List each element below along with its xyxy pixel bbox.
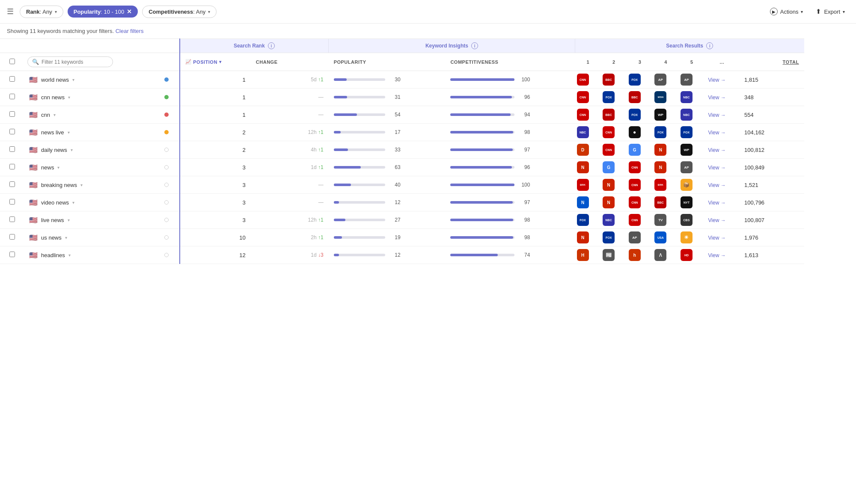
- view-link[interactable]: View →: [708, 200, 726, 206]
- popularity-filter-label: Popularity: 10 - 100: [74, 9, 125, 15]
- view-link-cell: View →: [705, 141, 740, 159]
- result-col-5: FOX: [679, 124, 705, 141]
- competitiveness-cell: 98: [445, 124, 575, 141]
- keyword-chevron-icon[interactable]: ▾: [72, 77, 74, 82]
- row-checkbox-cell: [0, 176, 24, 194]
- row-checkbox[interactable]: [9, 146, 15, 152]
- view-link[interactable]: View →: [708, 147, 726, 153]
- popularity-cell: 63: [329, 159, 446, 176]
- popularity-cell: 17: [329, 124, 446, 141]
- result-col-2: FOX: [601, 89, 627, 106]
- view-link[interactable]: View →: [708, 182, 726, 188]
- dot-cell: [154, 211, 180, 229]
- play-icon: ▶: [770, 8, 778, 15]
- popularity-bar-fill: [334, 166, 361, 169]
- popularity-cell: 30: [329, 71, 446, 89]
- result-col-2: N: [601, 176, 627, 194]
- comp-bar-bg: [450, 78, 514, 81]
- keyword-chevron-icon[interactable]: ▾: [68, 95, 70, 100]
- select-all-checkbox[interactable]: [9, 59, 15, 64]
- row-checkbox[interactable]: [9, 129, 15, 134]
- popularity-cell: 33: [329, 141, 446, 159]
- app-icon: N: [603, 179, 615, 191]
- flag-icon: 🇺🇸: [29, 199, 38, 207]
- table-row: 🇺🇸 daily news ▾ 2 4h ↑1 33: [0, 141, 856, 159]
- row-checkbox-cell: [0, 124, 24, 141]
- keyword-chevron-icon[interactable]: ▾: [71, 148, 73, 152]
- popularity-filter-btn[interactable]: Popularity: 10 - 100 ✕: [68, 6, 138, 18]
- view-link[interactable]: View →: [708, 252, 726, 258]
- keyword-chevron-icon[interactable]: ▾: [68, 253, 71, 258]
- total-cell: 1,613: [739, 246, 804, 264]
- keyword-chevron-icon[interactable]: ▾: [54, 113, 56, 117]
- app-icon: N: [577, 196, 589, 208]
- result-col-1: BRK: [575, 176, 601, 194]
- view-link[interactable]: View →: [708, 235, 726, 241]
- app-icon: BRK: [654, 179, 666, 191]
- position-value: 3: [243, 199, 246, 206]
- row-checkbox[interactable]: [9, 76, 15, 82]
- row-checkbox[interactable]: [9, 181, 15, 187]
- competitiveness-value: 100: [518, 182, 530, 188]
- menu-icon[interactable]: ☰: [7, 7, 14, 16]
- view-link[interactable]: View →: [708, 77, 726, 83]
- search-results-info-icon[interactable]: i: [706, 42, 713, 49]
- keyword-chevron-icon[interactable]: ▾: [65, 235, 67, 240]
- keyword-chevron-icon[interactable]: ▾: [68, 218, 70, 222]
- popularity-bar-bg: [334, 219, 385, 221]
- keyword-filter-input[interactable]: 🔍: [27, 56, 113, 67]
- row-checkbox[interactable]: [9, 216, 15, 222]
- app-icon: CNN: [629, 179, 641, 191]
- result-col-3: CNN: [627, 194, 653, 211]
- view-link[interactable]: View →: [708, 95, 726, 101]
- competitiveness-value: 98: [518, 234, 530, 240]
- export-button[interactable]: ⬆ Export ▾: [811, 5, 849, 18]
- row-checkbox[interactable]: [9, 252, 15, 257]
- keyword-chevron-icon[interactable]: ▾: [80, 183, 83, 187]
- keyword-cell: 🇺🇸 breaking news ▾: [24, 176, 154, 194]
- actions-button[interactable]: ▶ Actions ▾: [766, 5, 808, 18]
- view-link[interactable]: View →: [708, 112, 726, 118]
- row-checkbox[interactable]: [9, 164, 15, 169]
- comp-bar-bg: [450, 236, 514, 239]
- result-col-4: FOX: [653, 124, 679, 141]
- view-link[interactable]: View →: [708, 130, 726, 136]
- result-col-4: WP: [653, 106, 679, 124]
- row-checkbox[interactable]: [9, 94, 15, 99]
- popularity-value: 40: [389, 182, 401, 188]
- table-row: 🇺🇸 live news ▾ 3 12h ↑1 27: [0, 211, 856, 229]
- row-checkbox[interactable]: [9, 111, 15, 117]
- clear-filters-link[interactable]: Clear filters: [116, 28, 144, 34]
- table-row: 🇺🇸 breaking news ▾ 3 — 40: [0, 176, 856, 194]
- view-link[interactable]: View →: [708, 165, 726, 171]
- keyword-cell: 🇺🇸 news live ▾: [24, 124, 154, 141]
- total-value: 348: [744, 94, 754, 101]
- competitiveness-filter-btn[interactable]: Competitiveness: Any ▾: [142, 6, 217, 18]
- position-col-header[interactable]: 📈 POSITION ▾: [180, 53, 251, 71]
- popularity-filter-close-icon[interactable]: ✕: [127, 8, 132, 15]
- table-row: 🇺🇸 us news ▾ 10 2h ↑1 19: [0, 229, 856, 246]
- popularity-value: 31: [389, 94, 401, 100]
- rank-filter-btn[interactable]: Rank: Any ▾: [20, 6, 63, 18]
- view-link[interactable]: View →: [708, 217, 726, 223]
- keyword-insights-info-icon[interactable]: i: [471, 42, 478, 49]
- keyword-cell: 🇺🇸 news ▾: [24, 159, 154, 176]
- result-col-1: H: [575, 246, 601, 264]
- view-link-cell: View →: [705, 71, 740, 89]
- total-cell: 100,807: [739, 211, 804, 229]
- search-rank-info-icon[interactable]: i: [268, 42, 275, 49]
- row-checkbox[interactable]: [9, 199, 15, 205]
- keyword-chevron-icon[interactable]: ▾: [68, 130, 70, 135]
- comp-bar-fill: [450, 219, 513, 221]
- app-icon: CNN: [577, 91, 589, 103]
- keyword-chevron-icon[interactable]: ▾: [57, 165, 59, 170]
- popularity-bar-fill: [334, 113, 357, 116]
- dot-cell: [154, 159, 180, 176]
- dot-cell: [154, 246, 180, 264]
- flag-icon: 🇺🇸: [29, 76, 38, 84]
- row-checkbox[interactable]: [9, 234, 15, 240]
- filter-input-field[interactable]: [42, 59, 108, 65]
- keyword-chevron-icon[interactable]: ▾: [72, 200, 74, 205]
- competitiveness-filter-chevron-icon: ▾: [208, 9, 210, 14]
- search-results-header: Search Results i: [575, 39, 804, 53]
